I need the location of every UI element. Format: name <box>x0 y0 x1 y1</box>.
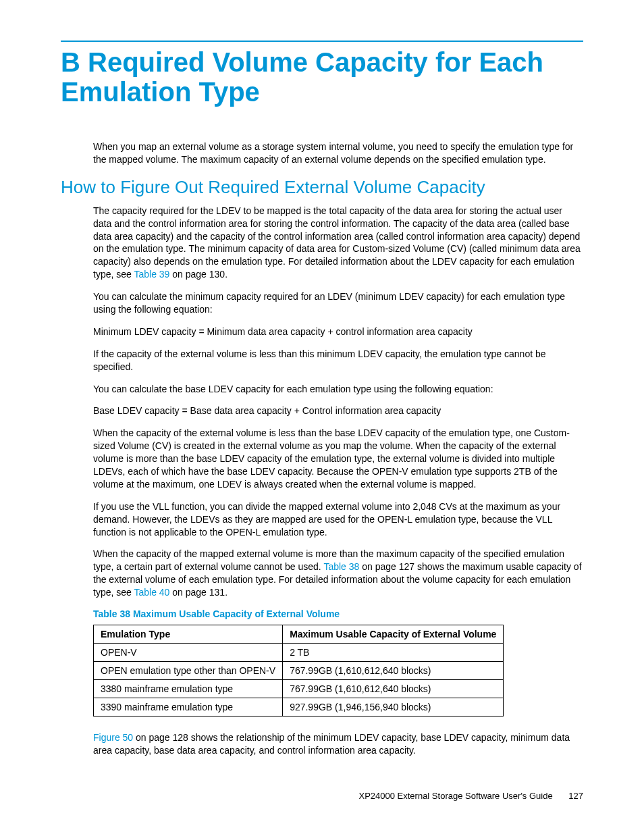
table-38: Emulation Type Maximum Usable Capacity o… <box>93 625 504 716</box>
paragraph-8: If you use the VLL function, you can div… <box>61 500 583 539</box>
table-row: OPEN emulation type other than OPEN-V 76… <box>94 662 504 680</box>
paragraph-7: When the capacity of the external volume… <box>61 427 583 490</box>
footer-page-number: 127 <box>568 791 583 801</box>
col-header-emulation: Emulation Type <box>94 625 283 644</box>
table-row: 3380 mainframe emulation type 767.99GB (… <box>94 680 504 698</box>
table-40-link[interactable]: Table 40 <box>134 587 169 598</box>
table-38-link[interactable]: Table 38 <box>323 561 359 572</box>
cell-capacity: 767.99GB (1,610,612,640 blocks) <box>283 680 504 698</box>
paragraph-10: Figure 50 on page 128 shows the relation… <box>61 731 583 757</box>
paragraph-4: If the capacity of the external volume i… <box>61 348 583 373</box>
paragraph-1: The capacity required for the LDEV to be… <box>61 205 583 281</box>
intro-paragraph: When you map an external volume as a sto… <box>61 140 583 166</box>
cell-capacity: 927.99GB (1,946,156,940 blocks) <box>283 698 504 716</box>
cell-capacity: 2 TB <box>283 644 504 662</box>
table-header-row: Emulation Type Maximum Usable Capacity o… <box>94 625 504 644</box>
figure-50-link[interactable]: Figure 50 <box>93 732 133 743</box>
paragraph-5: You can calculate the base LDEV capacity… <box>61 383 583 396</box>
paragraph-9c: on page 131. <box>169 587 227 598</box>
paragraph-1b: on page 130. <box>169 269 227 280</box>
table-row: 3390 mainframe emulation type 927.99GB (… <box>94 698 504 716</box>
cell-emulation: OPEN emulation type other than OPEN-V <box>94 662 283 680</box>
col-header-capacity: Maximum Usable Capacity of External Volu… <box>283 625 504 644</box>
table-row: OPEN-V 2 TB <box>94 644 504 662</box>
paragraph-9: When the capacity of the mapped external… <box>61 548 583 599</box>
equation-1: Minimum LDEV capacity = Minimum data are… <box>61 325 583 338</box>
cell-emulation: 3390 mainframe emulation type <box>94 698 283 716</box>
cell-emulation: 3380 mainframe emulation type <box>94 680 283 698</box>
top-rule <box>61 41 583 42</box>
equation-2: Base LDEV capacity = Base data area capa… <box>61 405 583 417</box>
cell-capacity: 767.99GB (1,610,612,640 blocks) <box>283 662 504 680</box>
section-heading: How to Figure Out Required External Volu… <box>61 177 583 198</box>
paragraph-10-text: on page 128 shows the relationship of th… <box>93 732 570 756</box>
paragraph-2: You can calculate the minimum capacity r… <box>61 290 583 316</box>
cell-emulation: OPEN-V <box>94 644 283 662</box>
page-footer: XP24000 External Storage Software User's… <box>61 791 583 801</box>
appendix-title: B Required Volume Capacity for Each Emul… <box>61 47 583 107</box>
table-38-caption: Table 38 Maximum Usable Capacity of Exte… <box>61 608 583 619</box>
table-39-link[interactable]: Table 39 <box>134 269 169 280</box>
footer-doc-title: XP24000 External Storage Software User's… <box>358 791 552 801</box>
